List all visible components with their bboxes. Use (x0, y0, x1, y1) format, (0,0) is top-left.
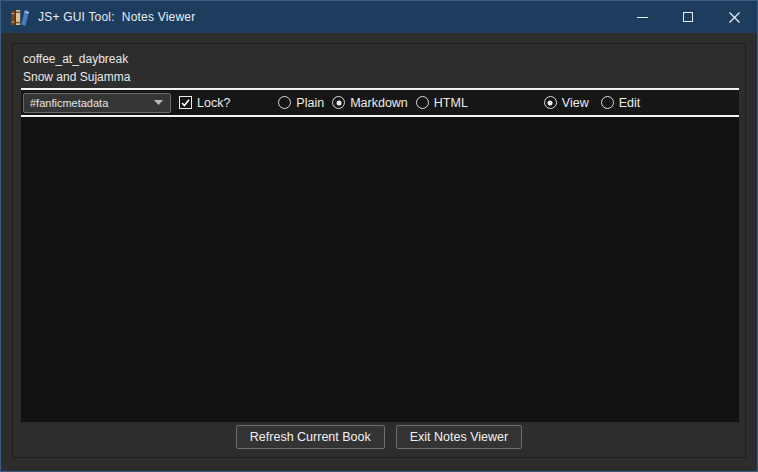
checkbox-box (179, 96, 192, 109)
radio-html[interactable]: HTML (416, 96, 468, 110)
minimize-icon (637, 17, 648, 18)
footer-buttons: Refresh Current Book Exit Notes Viewer (13, 425, 745, 449)
refresh-current-book-button[interactable]: Refresh Current Book (236, 425, 385, 449)
notes-panel: #fanficmetadata Lock? Plain (21, 88, 739, 422)
close-icon (728, 11, 741, 24)
radio-view-label: View (562, 96, 589, 110)
radio-circle (544, 96, 557, 109)
radio-edit[interactable]: Edit (601, 96, 641, 110)
radio-circle (332, 96, 345, 109)
radio-markdown-label: Markdown (350, 96, 408, 110)
exit-notes-viewer-button[interactable]: Exit Notes Viewer (396, 425, 522, 449)
lock-checkbox[interactable]: Lock? (179, 96, 230, 110)
radio-plain[interactable]: Plain (278, 96, 324, 110)
radio-plain-label: Plain (296, 96, 324, 110)
radio-html-label: HTML (434, 96, 468, 110)
book-author: Snow and Sujamma (23, 68, 745, 86)
radio-edit-label: Edit (619, 96, 641, 110)
app-window: JS+ GUI Tool: Notes Viewer coffee_at_day… (0, 0, 758, 472)
main-frame: coffee_at_daybreak Snow and Sujamma #fan… (12, 43, 746, 458)
window-title: JS+ GUI Tool: Notes Viewer (38, 10, 195, 24)
book-title: coffee_at_daybreak (23, 50, 745, 68)
check-icon (181, 99, 190, 107)
notes-toolbar: #fanficmetadata Lock? Plain (21, 90, 739, 115)
maximize-button[interactable] (665, 1, 711, 33)
radio-circle (416, 96, 429, 109)
radio-view[interactable]: View (544, 96, 589, 110)
note-content-viewer[interactable] (21, 117, 739, 422)
minimize-button[interactable] (619, 1, 665, 33)
titlebar: JS+ GUI Tool: Notes Viewer (1, 1, 757, 33)
chevron-down-icon (154, 100, 163, 105)
radio-circle (601, 96, 614, 109)
radio-markdown[interactable]: Markdown (332, 96, 408, 110)
maximize-icon (683, 12, 693, 22)
close-button[interactable] (711, 1, 757, 33)
note-selector-value: #fanficmetadata (24, 97, 154, 109)
lock-checkbox-label: Lock? (197, 96, 230, 110)
books-icon (10, 8, 29, 27)
window-controls (619, 1, 757, 33)
book-header: coffee_at_daybreak Snow and Sujamma (13, 44, 745, 86)
radio-circle (278, 96, 291, 109)
note-selector-dropdown[interactable]: #fanficmetadata (23, 93, 171, 113)
